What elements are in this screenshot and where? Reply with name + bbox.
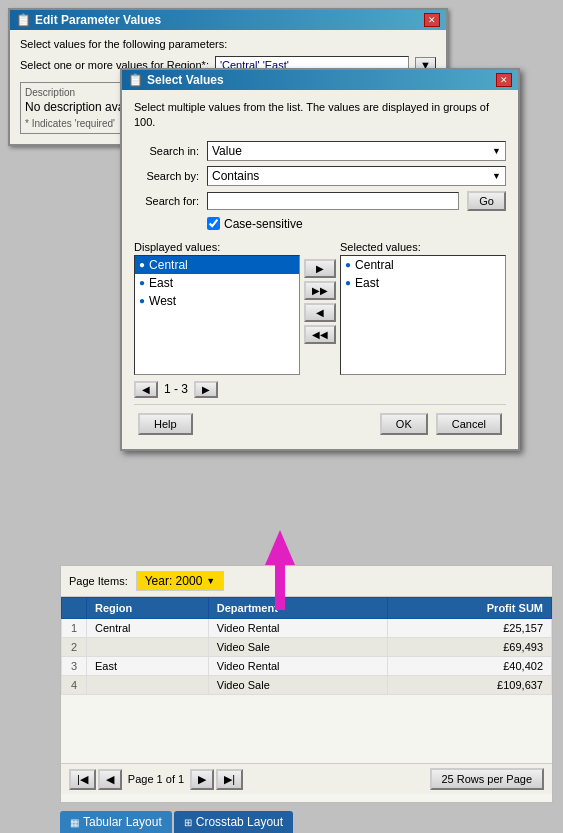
move-right-button[interactable]: ▶	[304, 259, 336, 278]
search-by-row: Search by: Contains ▼	[134, 166, 506, 186]
displayed-values-label: Displayed values:	[134, 241, 300, 253]
edit-param-title-bar: 📋 Edit Parameter Values ✕	[10, 10, 446, 30]
displayed-values-container: Displayed values: ● Central ● East ● Wes…	[134, 241, 300, 375]
search-in-dropdown[interactable]: Value ▼	[207, 141, 506, 161]
list-item[interactable]: ● Central	[135, 256, 299, 274]
edit-param-close-button[interactable]: ✕	[424, 13, 440, 27]
crosstab-icon: ⊞	[184, 817, 192, 828]
year-chip[interactable]: Year: 2000 ▼	[136, 571, 225, 591]
selected-values-container: Selected values: ● Central ● East	[340, 241, 506, 375]
next-page-button[interactable]: ▶	[194, 381, 218, 398]
sv-cancel-button[interactable]: Cancel	[436, 413, 502, 435]
profit-cell: £40,402	[387, 657, 551, 676]
title-bar-left: 📋 Edit Parameter Values	[16, 13, 161, 27]
selected-values-list[interactable]: ● Central ● East	[340, 255, 506, 375]
sv-lists-section: Displayed values: ● Central ● East ● Wes…	[134, 241, 506, 375]
data-table: ▶ Region Department Profit SUM 1 Central…	[61, 597, 552, 695]
selected-values-label: Selected values:	[340, 241, 506, 253]
row-number: 1	[62, 619, 87, 638]
profit-cell: £109,637	[387, 676, 551, 695]
row-number: 2	[62, 638, 87, 657]
case-sensitive-checkbox[interactable]	[207, 217, 220, 230]
page-items-label: Page Items:	[69, 575, 128, 587]
row-number: 3	[62, 657, 87, 676]
table-row: 1 Central Video Rental £25,157	[62, 619, 552, 638]
move-left-button[interactable]: ◀	[304, 303, 336, 322]
expand-icon[interactable]: ▶	[70, 603, 78, 614]
table-row: 2 Video Sale £69,493	[62, 638, 552, 657]
go-button[interactable]: Go	[467, 191, 506, 211]
next-page-button[interactable]: ▶	[190, 769, 214, 790]
expand-column-header: ▶	[62, 598, 87, 619]
tabular-layout-tab[interactable]: ▦ Tabular Layout	[60, 811, 172, 833]
page-items-bar: Page Items: Year: 2000 ▼	[61, 566, 552, 597]
table-row: 3 East Video Rental £40,402	[62, 657, 552, 676]
sv-help-button[interactable]: Help	[138, 413, 193, 435]
table-footer: |◀ ◀ Page 1 of 1 ▶ ▶| 25 Rows per Page	[61, 763, 552, 794]
crosstab-tab-label: Crosstab Layout	[196, 815, 283, 829]
chip-dropdown-icon: ▼	[206, 576, 215, 586]
sv-ok-button[interactable]: OK	[380, 413, 428, 435]
list-item[interactable]: ● East	[135, 274, 299, 292]
department-cell: Video Sale	[208, 676, 387, 695]
region-column-header: Region	[87, 598, 209, 619]
profit-column-header: Profit SUM	[387, 598, 551, 619]
first-page-button[interactable]: |◀	[69, 769, 96, 790]
rows-per-page-button[interactable]: 25 Rows per Page	[430, 768, 545, 790]
sv-pagination: ◀ 1 - 3 ▶	[134, 381, 506, 398]
row-number: 4	[62, 676, 87, 695]
bullet-icon: ●	[345, 277, 351, 288]
list-item[interactable]: ● Central	[341, 256, 505, 274]
list-item[interactable]: ● West	[135, 292, 299, 310]
search-for-input[interactable]	[207, 192, 459, 210]
department-cell: Video Rental	[208, 657, 387, 676]
bullet-icon: ●	[139, 295, 145, 306]
search-in-value: Value	[212, 144, 242, 158]
sv-instructions: Select multiple values from the list. Th…	[134, 100, 506, 131]
region-cell: East	[87, 657, 209, 676]
list-item[interactable]: ● East	[341, 274, 505, 292]
table-header-row: ▶ Region Department Profit SUM	[62, 598, 552, 619]
region-cell	[87, 676, 209, 695]
search-by-label: Search by:	[134, 170, 199, 182]
search-for-label: Search for:	[134, 195, 199, 207]
table-container[interactable]: ▶ Region Department Profit SUM 1 Central…	[61, 597, 552, 763]
prev-page-button[interactable]: ◀	[98, 769, 122, 790]
displayed-item-label: Central	[149, 258, 188, 272]
sv-footer: Help OK Cancel	[134, 404, 506, 439]
select-values-title-bar: 📋 Select Values ✕	[122, 70, 518, 90]
search-by-value: Contains	[212, 169, 259, 183]
search-for-row: Search for: Go	[134, 191, 506, 211]
search-in-label: Search in:	[134, 145, 199, 157]
edit-param-title: Edit Parameter Values	[35, 13, 161, 27]
sv-close-button[interactable]: ✕	[496, 73, 512, 87]
edit-param-icon: 📋	[16, 13, 31, 27]
search-by-dropdown[interactable]: Contains ▼	[207, 166, 506, 186]
edit-param-instructions: Select values for the following paramete…	[20, 38, 436, 50]
table-body: 1 Central Video Rental £25,157 2 Video S…	[62, 619, 552, 695]
case-sensitive-label: Case-sensitive	[224, 217, 303, 231]
sv-footer-right: OK Cancel	[380, 413, 502, 435]
search-in-row: Search in: Value ▼	[134, 141, 506, 161]
year-chip-label: Year: 2000	[145, 574, 203, 588]
selected-item-label: East	[355, 276, 379, 290]
prev-page-button[interactable]: ◀	[134, 381, 158, 398]
displayed-values-list[interactable]: ● Central ● East ● West	[134, 255, 300, 375]
move-all-right-button[interactable]: ▶▶	[304, 281, 336, 300]
select-values-dialog: 📋 Select Values ✕ Select multiple values…	[120, 68, 520, 451]
crosstab-layout-tab[interactable]: ⊞ Crosstab Layout	[174, 811, 293, 833]
tabular-icon: ▦	[70, 817, 79, 828]
displayed-item-label: West	[149, 294, 176, 308]
svg-marker-0	[265, 530, 295, 610]
move-all-left-button[interactable]: ◀◀	[304, 325, 336, 344]
page-info: Page 1 of 1	[128, 773, 184, 785]
displayed-item-label: East	[149, 276, 173, 290]
sv-title: Select Values	[147, 73, 224, 87]
profit-cell: £69,493	[387, 638, 551, 657]
department-cell: Video Sale	[208, 638, 387, 657]
transfer-buttons: ▶ ▶▶ ◀ ◀◀	[304, 259, 336, 344]
last-page-button[interactable]: ▶|	[216, 769, 243, 790]
bullet-icon: ●	[139, 277, 145, 288]
nav-buttons: |◀ ◀ Page 1 of 1 ▶ ▶|	[69, 769, 243, 790]
department-cell: Video Rental	[208, 619, 387, 638]
